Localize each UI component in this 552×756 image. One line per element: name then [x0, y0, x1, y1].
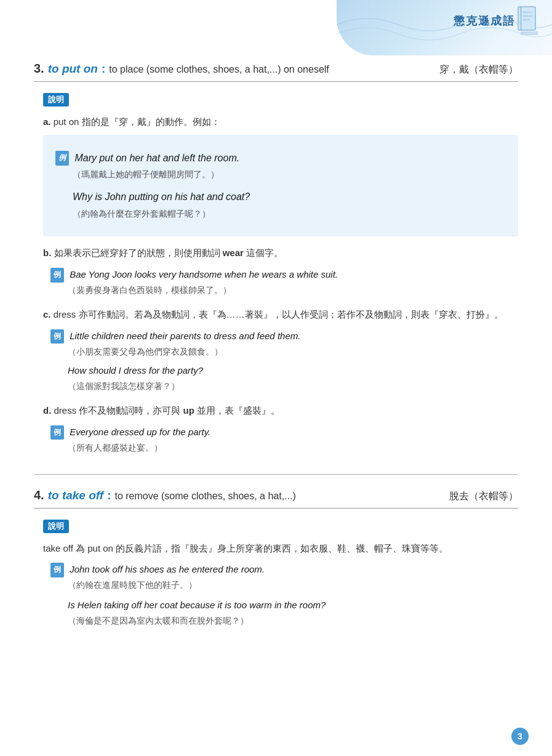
example-3a-1-english: 例 Mary put on her hat and left the room. — [55, 150, 506, 167]
section-3-header: 3. to put on : to place (some clothes, s… — [34, 62, 518, 82]
example-4-1: 例 John took off his shoes as he entered … — [50, 561, 518, 577]
note-3a: a. put on 指的是『穿，戴』的動作。例如： 例 Mary put on … — [43, 114, 518, 236]
example-3a-2: Why is John putting on his hat and coat?… — [55, 188, 506, 222]
section-4-phrase: to take off — [48, 489, 103, 502]
example-3c-inline: 例 Little children need their parents to … — [43, 328, 518, 394]
note-3b-text: 如果表示已經穿好了的狀態，則使用動詞 wear 這個字。 — [54, 247, 284, 258]
example-3b-1: 例 Bae Yong Joon looks very handsome when… — [50, 266, 518, 283]
example-3a-1: 例 Mary put on her hat and left the room.… — [55, 150, 506, 183]
example-3a-1-chinese: （瑪麗戴上她的帽子便離開房間了。） — [55, 167, 506, 182]
example-3b-1-english: Bae Yong Joon looks very handsome when h… — [70, 269, 338, 279]
note-4-text: take off 為 put on 的反義片語，指『脫去』身上所穿著的東西，如衣… — [43, 543, 448, 553]
example-3c-1-chinese: （小朋友需要父母為他們穿衣及餵食。） — [50, 344, 518, 360]
example-4-2-chinese: （海倫是不是因為室內太暖和而在脫外套呢？） — [50, 613, 518, 629]
section-3-colon: : — [102, 62, 105, 76]
note-3d-label: d. — [43, 405, 54, 416]
note-3c: c. dress 亦可作動詞。若為及物動詞，表『為……著裝』，以人作受詞；若作不… — [43, 307, 518, 394]
section-4-chinese: 脫去（衣帽等） — [449, 490, 518, 503]
example-icon-3d: 例 — [50, 425, 64, 440]
example-3c-2-english: How should I dress for the party? — [50, 362, 518, 379]
note-3a-text: put on 指的是『穿，戴』的動作。例如： — [54, 116, 220, 127]
example-4-inline: 例 John took off his shoes as he entered … — [43, 561, 518, 629]
page-number: 3 — [511, 728, 529, 745]
shuoming-badge-4: 說明 — [43, 520, 69, 533]
note-3b: b. 如果表示已經穿好了的狀態，則使用動詞 wear 這個字。 例 Bae Yo… — [43, 245, 518, 298]
note-3d: d. dress 作不及物動詞時，亦可與 up 並用，表『盛裝』。 例 Ever… — [43, 403, 518, 456]
example-3d-1: 例 Everyone dressed up for the party. — [50, 424, 518, 440]
note-3d-text: dress 作不及物動詞時，亦可與 up 並用，表『盛裝』。 — [54, 405, 281, 416]
example-3d-1-english: Everyone dressed up for the party. — [70, 427, 210, 437]
section-3-phrase: to put on — [48, 62, 98, 76]
note-3c-text: dress 亦可作動詞。若為及物動詞，表『為……著裝』，以人作受詞；若作不及物動… — [54, 309, 503, 320]
example-3a-2-english: Why is John putting on his hat and coat? — [55, 188, 506, 206]
note-3c-label: c. — [43, 309, 54, 320]
section-3-number: 3. — [34, 62, 44, 76]
section-4-colon: : — [107, 489, 111, 502]
example-icon-3c: 例 — [50, 329, 64, 344]
example-3b-inline: 例 Bae Yong Joon looks very handsome when… — [43, 266, 518, 298]
example-3d-inline: 例 Everyone dressed up for the party. （所有… — [43, 424, 518, 456]
section-4-header: 4. to take off : to remove (some clothes… — [34, 488, 518, 509]
note-3b-label: b. — [43, 247, 54, 258]
section-divider — [34, 474, 518, 475]
section-4-body: 說明 take off 為 put on 的反義片語，指『脫去』身上所穿著的東西… — [34, 520, 518, 629]
note-4-main: take off 為 put on 的反義片語，指『脫去』身上所穿著的東西，如衣… — [43, 541, 518, 629]
example-4-2-english: Is Helen taking off her coat because it … — [50, 597, 518, 613]
example-4-1-english: John took off his shoes as he entered th… — [70, 564, 265, 574]
example-3a-2-chinese: （約翰為什麼在穿外套戴帽子呢？） — [55, 206, 506, 222]
section-3-body: 說明 a. put on 指的是『穿，戴』的動作。例如： 例 Mary put … — [34, 93, 518, 456]
shuoming-badge-3: 說明 — [43, 93, 69, 107]
example-icon: 例 — [55, 151, 69, 166]
example-3b-1-chinese: （裴勇俊身著白色西裝時，模樣帥呆了。） — [50, 283, 518, 298]
section-4-definition: to remove (some clothes, shoes, a hat,..… — [114, 491, 433, 502]
section-3-definition: to place (some clothes, shoes, a hat,...… — [109, 64, 423, 75]
example-3c-1: 例 Little children need their parents to … — [50, 328, 518, 344]
example-icon-3b: 例 — [50, 268, 64, 283]
example-icon-4: 例 — [50, 563, 64, 577]
main-content: 3. to put on : to place (some clothes, s… — [0, 0, 552, 685]
section-put-on: 3. to put on : to place (some clothes, s… — [34, 62, 518, 456]
example-3c-2-chinese: （這個派對我該怎樣穿著？） — [50, 379, 518, 394]
note-3a-label: a. — [43, 116, 54, 127]
section-take-off: 4. to take off : to remove (some clothes… — [34, 488, 518, 629]
example-3c-1-english: Little children need their parents to dr… — [70, 331, 300, 341]
section-4-number: 4. — [34, 488, 44, 502]
example-4-1-chinese: （約翰在進屋時脫下他的鞋子。） — [50, 577, 518, 593]
example-box-3a: 例 Mary put on her hat and left the room.… — [43, 135, 518, 237]
section-3-chinese: 穿，戴（衣帽等） — [439, 63, 518, 76]
example-3d-1-chinese: （所有人都盛裝赴宴。） — [50, 440, 518, 456]
